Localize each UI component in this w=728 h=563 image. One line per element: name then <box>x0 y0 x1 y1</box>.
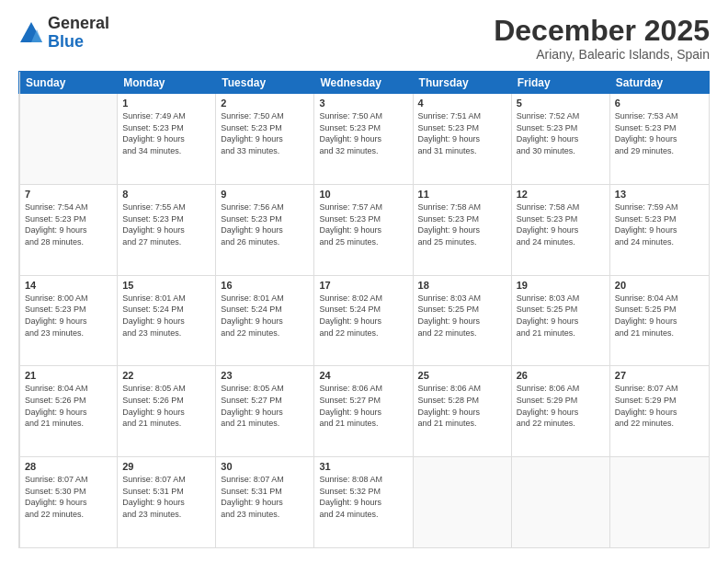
calendar-cell <box>414 457 512 547</box>
calendar-cell: 18Sunrise: 8:03 AM Sunset: 5:25 PM Dayli… <box>414 276 512 366</box>
calendar-cell: 27Sunrise: 8:07 AM Sunset: 5:29 PM Dayli… <box>610 366 709 456</box>
calendar-cell: 14Sunrise: 8:00 AM Sunset: 5:23 PM Dayli… <box>19 276 118 366</box>
calendar-cell: 31Sunrise: 8:08 AM Sunset: 5:32 PM Dayli… <box>314 457 413 547</box>
day-info: Sunrise: 8:03 AM Sunset: 5:25 PM Dayligh… <box>418 293 506 339</box>
day-number: 4 <box>418 98 506 109</box>
day-number: 27 <box>615 370 704 381</box>
header-day-tuesday: Tuesday <box>216 72 314 94</box>
calendar-cell: 3Sunrise: 7:50 AM Sunset: 5:23 PM Daylig… <box>314 94 413 184</box>
day-info: Sunrise: 8:08 AM Sunset: 5:32 PM Dayligh… <box>319 474 407 520</box>
calendar-cell: 10Sunrise: 7:57 AM Sunset: 5:23 PM Dayli… <box>314 185 413 275</box>
day-info: Sunrise: 8:00 AM Sunset: 5:23 PM Dayligh… <box>25 293 112 339</box>
day-info: Sunrise: 8:05 AM Sunset: 5:27 PM Dayligh… <box>221 383 309 429</box>
day-number: 25 <box>418 370 506 381</box>
calendar-cell: 4Sunrise: 7:51 AM Sunset: 5:23 PM Daylig… <box>414 94 512 184</box>
day-info: Sunrise: 7:58 AM Sunset: 5:23 PM Dayligh… <box>418 201 506 247</box>
day-number: 29 <box>122 461 210 472</box>
calendar-cell: 23Sunrise: 8:05 AM Sunset: 5:27 PM Dayli… <box>216 366 314 456</box>
day-info: Sunrise: 7:59 AM Sunset: 5:23 PM Dayligh… <box>615 201 704 247</box>
day-info: Sunrise: 8:06 AM Sunset: 5:28 PM Dayligh… <box>418 383 506 429</box>
calendar-cell: 11Sunrise: 7:58 AM Sunset: 5:23 PM Dayli… <box>414 185 512 275</box>
day-info: Sunrise: 8:06 AM Sunset: 5:29 PM Dayligh… <box>517 383 605 429</box>
header-day-friday: Friday <box>512 72 610 94</box>
calendar-cell: 20Sunrise: 8:04 AM Sunset: 5:25 PM Dayli… <box>610 276 709 366</box>
day-number: 10 <box>319 189 407 200</box>
calendar-cell <box>610 457 709 547</box>
subtitle: Ariany, Balearic Islands, Spain <box>494 47 710 62</box>
calendar-cell: 24Sunrise: 8:06 AM Sunset: 5:27 PM Dayli… <box>314 366 413 456</box>
calendar-cell: 9Sunrise: 7:56 AM Sunset: 5:23 PM Daylig… <box>216 185 314 275</box>
calendar-cell: 26Sunrise: 8:06 AM Sunset: 5:29 PM Dayli… <box>512 366 610 456</box>
day-info: Sunrise: 8:07 AM Sunset: 5:31 PM Dayligh… <box>221 474 309 520</box>
day-info: Sunrise: 8:02 AM Sunset: 5:24 PM Dayligh… <box>319 293 407 339</box>
day-number: 11 <box>418 189 506 200</box>
header: General Blue December 2025 Ariany, Balea… <box>18 15 710 62</box>
day-info: Sunrise: 7:51 AM Sunset: 5:23 PM Dayligh… <box>418 110 506 156</box>
calendar-week-3: 14Sunrise: 8:00 AM Sunset: 5:23 PM Dayli… <box>19 276 709 367</box>
header-day-saturday: Saturday <box>610 72 709 94</box>
page: General Blue December 2025 Ariany, Balea… <box>0 0 728 563</box>
calendar-header: SundayMondayTuesdayWednesdayThursdayFrid… <box>18 71 710 94</box>
calendar-cell: 19Sunrise: 8:03 AM Sunset: 5:25 PM Dayli… <box>512 276 610 366</box>
day-info: Sunrise: 8:06 AM Sunset: 5:27 PM Dayligh… <box>319 383 407 429</box>
day-info: Sunrise: 7:55 AM Sunset: 5:23 PM Dayligh… <box>122 201 210 247</box>
calendar-week-4: 21Sunrise: 8:04 AM Sunset: 5:26 PM Dayli… <box>19 366 709 457</box>
day-number: 9 <box>221 189 309 200</box>
header-day-monday: Monday <box>118 72 216 94</box>
calendar-week-1: 1Sunrise: 7:49 AM Sunset: 5:23 PM Daylig… <box>19 94 709 185</box>
day-number: 26 <box>517 370 605 381</box>
day-info: Sunrise: 7:57 AM Sunset: 5:23 PM Dayligh… <box>319 201 407 247</box>
day-number: 7 <box>25 189 112 200</box>
calendar-week-2: 7Sunrise: 7:54 AM Sunset: 5:23 PM Daylig… <box>19 185 709 276</box>
calendar-cell: 7Sunrise: 7:54 AM Sunset: 5:23 PM Daylig… <box>19 185 118 275</box>
day-info: Sunrise: 7:53 AM Sunset: 5:23 PM Dayligh… <box>615 110 704 156</box>
day-number: 13 <box>615 189 704 200</box>
day-number: 24 <box>319 370 407 381</box>
day-number: 14 <box>25 280 112 291</box>
day-info: Sunrise: 7:52 AM Sunset: 5:23 PM Dayligh… <box>517 110 605 156</box>
day-info: Sunrise: 8:04 AM Sunset: 5:26 PM Dayligh… <box>25 383 112 429</box>
day-info: Sunrise: 7:58 AM Sunset: 5:23 PM Dayligh… <box>517 201 605 247</box>
day-number: 19 <box>517 280 605 291</box>
calendar-cell: 5Sunrise: 7:52 AM Sunset: 5:23 PM Daylig… <box>512 94 610 184</box>
calendar: SundayMondayTuesdayWednesdayThursdayFrid… <box>18 71 710 548</box>
day-info: Sunrise: 8:05 AM Sunset: 5:26 PM Dayligh… <box>122 383 210 429</box>
day-info: Sunrise: 7:50 AM Sunset: 5:23 PM Dayligh… <box>221 110 309 156</box>
title-section: December 2025 Ariany, Balearic Islands, … <box>494 15 710 62</box>
calendar-cell: 25Sunrise: 8:06 AM Sunset: 5:28 PM Dayli… <box>414 366 512 456</box>
calendar-cell: 8Sunrise: 7:55 AM Sunset: 5:23 PM Daylig… <box>118 185 216 275</box>
day-info: Sunrise: 8:01 AM Sunset: 5:24 PM Dayligh… <box>122 293 210 339</box>
calendar-body: 1Sunrise: 7:49 AM Sunset: 5:23 PM Daylig… <box>18 94 710 548</box>
calendar-cell: 2Sunrise: 7:50 AM Sunset: 5:23 PM Daylig… <box>216 94 314 184</box>
logo-general: General <box>48 15 109 33</box>
day-number: 1 <box>122 98 210 109</box>
calendar-cell: 6Sunrise: 7:53 AM Sunset: 5:23 PM Daylig… <box>610 94 709 184</box>
day-number: 21 <box>25 370 112 381</box>
day-number: 16 <box>221 280 309 291</box>
day-number: 6 <box>615 98 704 109</box>
calendar-cell: 22Sunrise: 8:05 AM Sunset: 5:26 PM Dayli… <box>118 366 216 456</box>
calendar-cell: 13Sunrise: 7:59 AM Sunset: 5:23 PM Dayli… <box>610 185 709 275</box>
calendar-cell: 21Sunrise: 8:04 AM Sunset: 5:26 PM Dayli… <box>19 366 118 456</box>
header-day-sunday: Sunday <box>19 72 118 94</box>
calendar-cell: 15Sunrise: 8:01 AM Sunset: 5:24 PM Dayli… <box>118 276 216 366</box>
day-number: 18 <box>418 280 506 291</box>
calendar-cell: 12Sunrise: 7:58 AM Sunset: 5:23 PM Dayli… <box>512 185 610 275</box>
day-info: Sunrise: 7:56 AM Sunset: 5:23 PM Dayligh… <box>221 201 309 247</box>
calendar-cell: 1Sunrise: 7:49 AM Sunset: 5:23 PM Daylig… <box>118 94 216 184</box>
day-number: 12 <box>517 189 605 200</box>
logo-icon <box>18 20 44 46</box>
day-number: 15 <box>122 280 210 291</box>
day-number: 8 <box>122 189 210 200</box>
day-number: 23 <box>221 370 309 381</box>
calendar-cell <box>19 94 118 184</box>
header-day-wednesday: Wednesday <box>314 72 413 94</box>
calendar-cell: 17Sunrise: 8:02 AM Sunset: 5:24 PM Dayli… <box>314 276 413 366</box>
day-number: 17 <box>319 280 407 291</box>
day-number: 20 <box>615 280 704 291</box>
day-info: Sunrise: 7:54 AM Sunset: 5:23 PM Dayligh… <box>25 201 112 247</box>
calendar-cell <box>512 457 610 547</box>
day-number: 22 <box>122 370 210 381</box>
logo-blue: Blue <box>48 33 109 52</box>
day-info: Sunrise: 8:07 AM Sunset: 5:30 PM Dayligh… <box>25 474 112 520</box>
